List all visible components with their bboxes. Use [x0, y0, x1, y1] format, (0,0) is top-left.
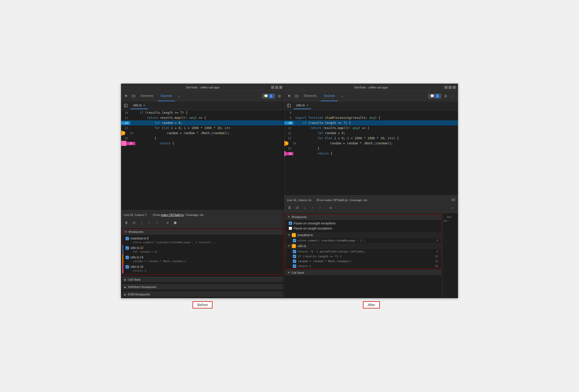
bp-utils-r-2-cb[interactable] [293, 250, 296, 253]
bp-utils-r-14-cb[interactable] [293, 260, 296, 263]
code-line-14: ? 14 random = random * ⚠Math.□random(); [121, 131, 284, 136]
pause-uncaught-label: Pause on uncaught exceptions [294, 222, 336, 225]
r-code-line-8: 8 [284, 110, 458, 115]
pause-btn[interactable]: ⏸ [123, 220, 129, 226]
bp-group-snackbar-header[interactable]: ▼ {} snackbar.ts [286, 232, 441, 238]
code-line-10: 10 if (results.length >= 7) { [121, 110, 284, 115]
r-more-tabs[interactable]: » [339, 93, 345, 99]
file-tab-close[interactable]: ✕ [143, 104, 145, 107]
step-out-btn[interactable]: ↑ [146, 220, 152, 226]
bp-utils-r-10-cb[interactable] [293, 255, 296, 258]
r-device-icon[interactable] [294, 93, 300, 99]
bp-utils-r-10[interactable]: if (results.length >= 7) { 10 [286, 254, 441, 259]
tab-elements[interactable]: Elements [138, 91, 157, 101]
left-source-link[interactable]: index-73f73a80.js [161, 213, 183, 216]
right-file-tabs: utils.ts ✕ [284, 101, 458, 110]
bp-group-utils-header[interactable]: ▼ {} utils.ts [286, 243, 441, 249]
svg-rect-5 [297, 95, 298, 97]
r-status-icon[interactable] [452, 198, 455, 202]
right-devtools-panel: DevTools - coffee-cart.app/ ─ □ ✕ [284, 84, 458, 298]
r-code-line-9: 9 export function slowProcessing(results… [284, 115, 458, 120]
right-title-text: DevTools - coffee-cart.app/ [354, 86, 388, 89]
breakpoint-badge-q: ? [121, 131, 125, 135]
left-title-buttons: ─ □ ✕ [271, 86, 282, 89]
r-file-tab-close[interactable]: ✕ [306, 104, 308, 107]
right-title-bar: DevTools - coffee-cart.app/ ─ □ ✕ [284, 84, 458, 91]
left-code-area: 10 if (results.length >= 7) { 11 return … [121, 110, 284, 210]
code-line-15: 15 } [121, 136, 284, 141]
bp-utils16-checkbox[interactable] [126, 265, 129, 269]
left-call-stack[interactable]: ▶ Call Stack [122, 277, 283, 282]
bp-utils-r-16[interactable]: return { 16 [286, 264, 441, 269]
more-tabs-icon[interactable]: » [176, 93, 182, 99]
bp-utils14-code: random = random * Math.random(); [133, 260, 280, 263]
code-line-16: ·· 16 return { [121, 141, 284, 146]
tab-sources[interactable]: Sources [158, 91, 175, 101]
r-code-line-13: 13 for (let i = 0; i < 1000 * 1000 * 10;… [284, 136, 458, 141]
r-badge-q: ? [284, 141, 288, 145]
left-file-tab-utils[interactable]: utils.ts ✕ [130, 102, 148, 109]
pause-caught-label: Pause on caught exceptions [294, 227, 332, 230]
bp-utils-r-14[interactable]: random = random * Math.random(); 14 [286, 259, 441, 264]
right-scrollbar-h[interactable] [284, 195, 458, 197]
left-xhr-breakpoints[interactable]: ▶ XHR/fetch Breakpoints [122, 284, 283, 290]
bp-utils-r-16-cb[interactable] [293, 264, 296, 268]
snackbar-filename: snackbar.ts [297, 233, 313, 237]
bp-snackbar-checkbox[interactable] [126, 237, 129, 240]
device-icon[interactable] [130, 93, 137, 99]
left-debug-toolbar: ⏸ ↺ ↓ ↑ → ⊘ ⏺ [121, 218, 284, 228]
cursor-icon[interactable] [123, 93, 129, 99]
left-dom-breakpoints[interactable]: ▶ DOM Breakpoints [122, 292, 283, 297]
r-minimize-btn[interactable]: ─ [444, 86, 448, 89]
bp-utils14-name: utils.ts:14 [130, 256, 143, 259]
r-cursor-icon[interactable] [286, 93, 293, 99]
left-scrollbar-h[interactable] [121, 210, 284, 212]
r-restore-btn[interactable]: □ [449, 86, 452, 89]
r-sidebar-toggle[interactable] [285, 102, 293, 109]
right-source-link[interactable]: index-73f73a80.js [325, 199, 347, 202]
deactivate-bp-btn[interactable]: ⊘ [164, 220, 171, 226]
minimize-btn[interactable]: ─ [271, 86, 274, 89]
bp-utils12-name: utils.ts:12 [130, 246, 143, 250]
r-step-over-btn[interactable]: ↺ [294, 205, 300, 211]
r-settings-icon[interactable]: ⚙ [442, 93, 449, 99]
pause-uncaught-row: Pause on uncaught exceptions [289, 221, 438, 226]
r-step-into-btn[interactable]: ↓ [302, 205, 308, 211]
pause-caught-checkbox[interactable] [289, 227, 292, 230]
console-badge-btn[interactable]: 💬 1 [262, 94, 275, 99]
left-line-col: Line 20, Column 7 [124, 213, 147, 216]
pause-uncaught-checkbox[interactable] [289, 222, 292, 225]
r-more-debug[interactable]: » [450, 205, 456, 211]
bp-utils14-checkbox[interactable] [126, 256, 129, 259]
r-step-out-btn[interactable]: ↑ [309, 205, 316, 211]
step-btn[interactable]: → [154, 220, 160, 226]
async-btn[interactable]: ⏺ [172, 220, 178, 226]
close-btn[interactable]: ✕ [279, 86, 282, 89]
sidebar-toggle[interactable] [122, 102, 129, 109]
bp-utils12-checkbox[interactable] [126, 246, 129, 250]
step-into-btn[interactable]: ↓ [139, 220, 145, 226]
r-console-badge[interactable]: 💬 1 [428, 94, 441, 99]
restore-btn[interactable]: □ [275, 86, 278, 89]
bp-snackbar-r-checkbox[interactable] [293, 239, 296, 242]
bp-utils-r-2[interactable]: return '$' + parseFloat(value).toFixed(…… [286, 249, 441, 254]
r-file-tab-utils[interactable]: utils.ts ✕ [294, 102, 311, 109]
settings-icon[interactable]: ⚙ [276, 93, 282, 99]
bp-snackbar-item[interactable]: store.commit('snackbar/showMessage', { …… [286, 238, 441, 243]
right-call-stack[interactable]: ▼ Call Stack [285, 270, 441, 275]
r-breakpoints-title: Breakpoints [292, 215, 307, 218]
svg-rect-1 [134, 95, 135, 97]
breakpoints-header[interactable]: ▼ Breakpoints [123, 229, 283, 235]
r-breakpoints-header[interactable]: ▼ Breakpoints [286, 214, 441, 220]
r-pause-btn[interactable]: ⏸ [286, 205, 293, 211]
bp-utils16-name: utils.ts:16 [130, 265, 143, 269]
right-call-stack-label: Call Stack [292, 271, 304, 274]
r-deactivate-btn[interactable]: ⊘ [328, 205, 334, 211]
r-more-icon[interactable]: ⋮ [450, 93, 456, 99]
r-close-btn[interactable]: ✕ [453, 86, 456, 89]
right-sidebar-not-paused: Not pa... [442, 213, 458, 298]
r-tab-sources[interactable]: Sources [321, 91, 338, 101]
r-step-btn[interactable]: → [317, 205, 323, 211]
r-tab-elements[interactable]: Elements [301, 91, 320, 101]
step-over-btn[interactable]: ↺ [131, 220, 137, 226]
